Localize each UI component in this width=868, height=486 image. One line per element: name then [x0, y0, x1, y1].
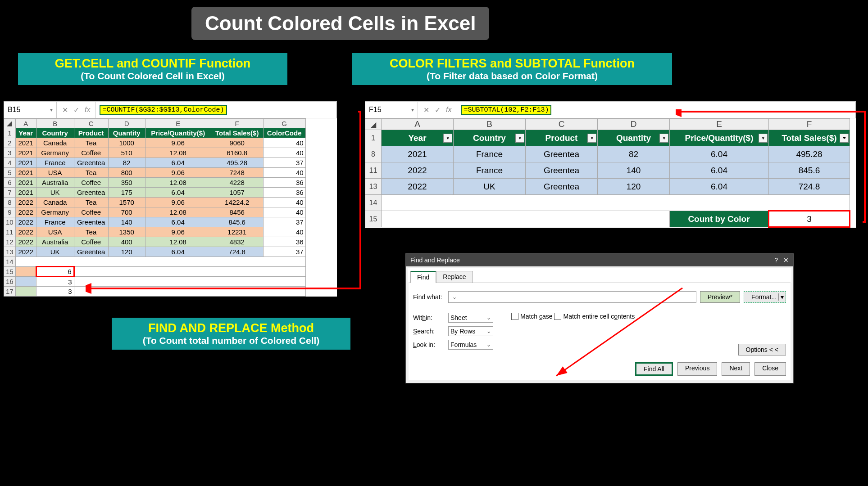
- cell[interactable]: 8456: [211, 207, 263, 217]
- cell[interactable]: 6.04: [145, 247, 211, 257]
- filter-icon[interactable]: ▾: [759, 134, 768, 143]
- col-header[interactable]: F: [211, 119, 263, 128]
- col-header[interactable]: C: [74, 119, 108, 128]
- col-header[interactable]: C: [526, 119, 598, 130]
- cell[interactable]: 1057: [211, 188, 263, 198]
- row-header[interactable]: 13: [365, 179, 382, 195]
- row-header[interactable]: 3: [4, 148, 16, 158]
- fx-icon[interactable]: fx: [85, 106, 90, 114]
- filter-icon[interactable]: ▾: [443, 134, 452, 143]
- count-label-cell[interactable]: Count by Color: [670, 211, 769, 227]
- tab-find[interactable]: Find: [410, 271, 436, 283]
- cell[interactable]: USA: [36, 227, 74, 237]
- cell[interactable]: [382, 195, 850, 211]
- result-cell[interactable]: 3: [36, 287, 74, 297]
- cancel-icon[interactable]: ✕: [423, 106, 429, 114]
- options-button[interactable]: Options < <: [738, 344, 786, 356]
- cell[interactable]: UK: [36, 188, 74, 198]
- cell[interactable]: 2022: [15, 227, 36, 237]
- cell[interactable]: Germany: [36, 148, 74, 158]
- header-cell[interactable]: Country▾: [454, 130, 526, 146]
- cell[interactable]: 12.08: [145, 178, 211, 188]
- row-header[interactable]: 10: [4, 217, 16, 227]
- find-all-button[interactable]: Find All: [635, 362, 673, 376]
- cell[interactable]: 2021: [15, 138, 36, 148]
- col-header[interactable]: D: [108, 119, 145, 128]
- cell[interactable]: 12.08: [145, 207, 211, 217]
- row-header[interactable]: 1: [365, 130, 382, 146]
- cell[interactable]: [74, 287, 305, 297]
- row-header[interactable]: 1: [4, 128, 16, 138]
- row-header[interactable]: 5: [4, 168, 16, 178]
- cell[interactable]: 37: [263, 217, 305, 227]
- tab-replace[interactable]: Replace: [436, 271, 473, 283]
- cell[interactable]: [15, 257, 305, 267]
- filter-icon[interactable]: ▾: [659, 134, 668, 143]
- cell[interactable]: Australia: [36, 237, 74, 247]
- close-button[interactable]: Close: [754, 362, 786, 376]
- header-cell[interactable]: Total Sales($): [211, 128, 263, 138]
- row-header[interactable]: 13: [4, 247, 16, 257]
- cell[interactable]: [382, 211, 670, 227]
- cell[interactable]: UK: [36, 247, 74, 257]
- cell[interactable]: 845.6: [211, 217, 263, 227]
- row-header[interactable]: 11: [4, 227, 16, 237]
- col-header[interactable]: D: [598, 119, 670, 130]
- cell[interactable]: 40: [263, 207, 305, 217]
- cell[interactable]: 9.06: [145, 227, 211, 237]
- cell[interactable]: Tea: [74, 198, 108, 207]
- col-header[interactable]: F: [769, 119, 850, 130]
- col-header[interactable]: B: [454, 119, 526, 130]
- fx-icon[interactable]: fx: [446, 106, 451, 114]
- cell[interactable]: France: [454, 146, 526, 162]
- cell[interactable]: UK: [454, 179, 526, 195]
- row-header[interactable]: 7: [4, 188, 16, 198]
- filter-icon[interactable]: ▾: [515, 134, 524, 143]
- cell[interactable]: 6.04: [670, 146, 769, 162]
- preview-button[interactable]: Preview*: [700, 291, 740, 303]
- row-header[interactable]: 12: [4, 237, 16, 247]
- cell[interactable]: 510: [108, 148, 145, 158]
- cell[interactable]: 6.04: [145, 188, 211, 198]
- cell[interactable]: 9.06: [145, 168, 211, 178]
- cell[interactable]: 12.08: [145, 237, 211, 247]
- col-header[interactable]: B: [36, 119, 74, 128]
- header-cell[interactable]: Quantity: [108, 128, 145, 138]
- match-entire-checkbox[interactable]: Match entire cell contents: [554, 313, 635, 320]
- cell[interactable]: Greentea: [74, 188, 108, 198]
- row-header[interactable]: 17: [4, 287, 16, 297]
- count-value-cell[interactable]: 3: [769, 211, 850, 227]
- header-cell[interactable]: Product▾: [526, 130, 598, 146]
- within-select[interactable]: Sheet: [448, 313, 493, 323]
- cell[interactable]: 120: [108, 247, 145, 257]
- cell[interactable]: Coffee: [74, 237, 108, 247]
- match-case-checkbox[interactable]: Match case: [511, 313, 553, 320]
- cell[interactable]: 2022: [382, 162, 454, 179]
- cell[interactable]: 40: [263, 138, 305, 148]
- cell[interactable]: [74, 267, 305, 277]
- cell[interactable]: 1570: [108, 198, 145, 207]
- lookin-select[interactable]: Formulas: [448, 340, 493, 350]
- cell[interactable]: 9.06: [145, 198, 211, 207]
- cell[interactable]: 6160.8: [211, 148, 263, 158]
- col-header[interactable]: A: [15, 119, 36, 128]
- row-header[interactable]: 8: [365, 146, 382, 162]
- cell[interactable]: 2021: [382, 146, 454, 162]
- select-all[interactable]: ◢: [365, 119, 382, 130]
- formula-input[interactable]: =SUBTOTAL(102,F2:F13): [457, 102, 855, 118]
- header-cell[interactable]: Product: [74, 128, 108, 138]
- cell[interactable]: 12231: [211, 227, 263, 237]
- cell[interactable]: 40: [263, 198, 305, 207]
- cell[interactable]: Coffee: [74, 207, 108, 217]
- cell[interactable]: 1350: [108, 227, 145, 237]
- cell[interactable]: 1000: [108, 138, 145, 148]
- cell[interactable]: 495.28: [769, 146, 850, 162]
- row-header[interactable]: 2: [4, 138, 16, 148]
- header-cell[interactable]: Price/Quantity($): [145, 128, 211, 138]
- cell[interactable]: 40: [263, 148, 305, 158]
- cell[interactable]: 120: [598, 179, 670, 195]
- cell[interactable]: 4228: [211, 178, 263, 188]
- cell[interactable]: 2022: [15, 237, 36, 247]
- cell[interactable]: 82: [108, 158, 145, 168]
- cell[interactable]: Tea: [74, 227, 108, 237]
